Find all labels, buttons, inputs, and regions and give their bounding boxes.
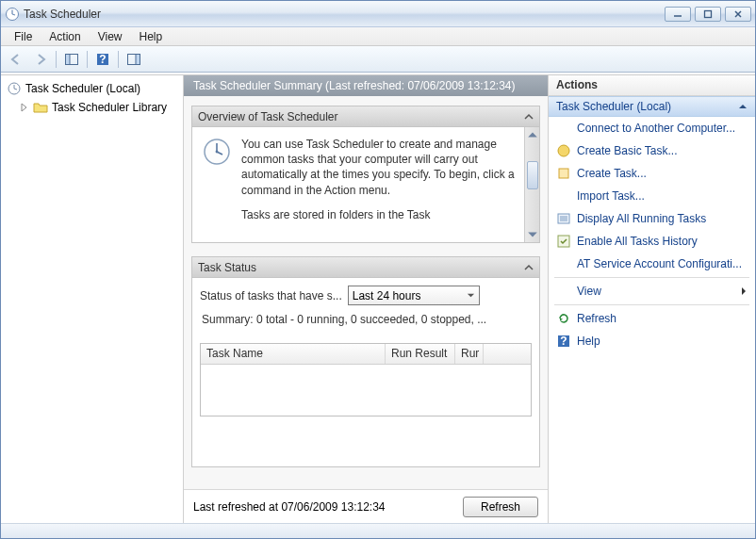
- menu-file[interactable]: File: [7, 28, 40, 45]
- scrollbar[interactable]: [524, 127, 539, 242]
- blank-icon: [556, 121, 571, 136]
- scroll-up-icon[interactable]: [527, 129, 538, 140]
- history-icon: [556, 234, 571, 249]
- task-scheduler-window: Task Scheduler File Action View Help ? T…: [0, 0, 756, 539]
- menu-action[interactable]: Action: [41, 28, 88, 45]
- svg-rect-8: [66, 54, 71, 64]
- blank-icon: [556, 284, 571, 299]
- toolbar-separator: [56, 51, 57, 68]
- svg-rect-21: [559, 169, 568, 178]
- task-status-title: Task Status: [198, 261, 256, 274]
- action-view[interactable]: View: [549, 280, 755, 302]
- menu-help[interactable]: Help: [132, 28, 171, 45]
- svg-point-19: [216, 151, 219, 154]
- client-area: Task Scheduler (Local) Task Scheduler Li…: [1, 74, 755, 523]
- actions-section-label: Task Scheduler (Local): [556, 100, 671, 113]
- col-task-name[interactable]: Task Name: [201, 344, 386, 364]
- action-view-label: View: [577, 285, 601, 298]
- action-create-task[interactable]: Create Task...: [549, 162, 755, 185]
- task-status-group: Task Status Status of tasks that have s.…: [191, 256, 540, 467]
- task-table: Task Name Run Result Rur: [200, 343, 532, 416]
- svg-text:?: ?: [99, 53, 106, 66]
- tree-library[interactable]: Task Scheduler Library: [3, 98, 181, 117]
- actions-pane: Actions Task Scheduler (Local) Connect t…: [548, 75, 755, 523]
- help-button[interactable]: ?: [91, 49, 114, 70]
- maximize-button[interactable]: [695, 7, 721, 22]
- collapse-icon[interactable]: [524, 112, 534, 122]
- tree-library-label: Task Scheduler Library: [52, 101, 167, 114]
- time-range-dropdown[interactable]: Last 24 hours: [348, 286, 480, 305]
- svg-point-20: [558, 145, 569, 156]
- toolbar-separator: [118, 51, 119, 68]
- action-create-basic-label: Create Basic Task...: [577, 144, 678, 157]
- action-at-service-label: AT Service Account Configurati...: [577, 257, 742, 270]
- refresh-button[interactable]: Refresh: [463, 497, 538, 517]
- action-connect[interactable]: Connect to Another Computer...: [549, 117, 755, 139]
- back-button[interactable]: [5, 49, 27, 70]
- action-import-label: Import Task...: [577, 189, 645, 203]
- overview-more: Tasks are stored in folders in the Task: [241, 207, 520, 222]
- window-title: Task Scheduler: [24, 8, 665, 21]
- collapse-icon[interactable]: [524, 263, 534, 272]
- last-refreshed-label: Last refreshed at 07/06/2009 13:12:34: [193, 500, 386, 514]
- summary-pane: Task Scheduler Summary (Last refreshed: …: [184, 75, 548, 523]
- close-button[interactable]: [725, 7, 751, 22]
- action-display-running-label: Display All Running Tasks: [577, 212, 706, 225]
- folder-icon: [33, 100, 48, 115]
- overview-title: Overview of Task Scheduler: [198, 110, 338, 123]
- action-connect-label: Connect to Another Computer...: [577, 122, 735, 135]
- minimize-button[interactable]: [665, 7, 691, 22]
- help-icon: ?: [556, 334, 571, 349]
- blank-icon: [556, 256, 571, 271]
- menubar: File Action View Help: [1, 27, 755, 46]
- action-enable-history[interactable]: Enable All Tasks History: [549, 230, 755, 253]
- overview-group: Overview of Task Scheduler You can use T…: [191, 106, 540, 243]
- status-label: Status of tasks that have s...: [200, 289, 342, 302]
- summary-header: Task Scheduler Summary (Last refreshed: …: [184, 75, 548, 96]
- chevron-right-icon: [740, 286, 748, 296]
- actions-title: Actions: [549, 75, 755, 96]
- tree-root-label: Task Scheduler (Local): [25, 82, 140, 95]
- task-icon: [556, 166, 571, 181]
- clock-icon: [7, 81, 22, 96]
- clock-icon: [5, 7, 20, 22]
- svg-rect-12: [136, 54, 140, 64]
- overview-body: You can use Task Scheduler to create and…: [241, 137, 520, 198]
- wizard-icon: [556, 143, 571, 158]
- actions-section-header[interactable]: Task Scheduler (Local): [549, 96, 755, 117]
- separator: [554, 277, 749, 278]
- statusbar: [1, 523, 755, 538]
- chevron-up-icon: [738, 102, 748, 111]
- summary-footer: Last refreshed at 07/06/2009 13:12:34 Re…: [184, 489, 548, 523]
- chevron-down-icon: [467, 291, 475, 300]
- action-help-label: Help: [577, 335, 600, 348]
- expand-icon[interactable]: [20, 103, 29, 112]
- action-enable-history-label: Enable All Tasks History: [577, 235, 698, 248]
- svg-text:?: ?: [560, 335, 567, 348]
- scroll-down-icon[interactable]: [527, 229, 538, 240]
- forward-button[interactable]: [29, 49, 52, 70]
- menu-view[interactable]: View: [90, 28, 130, 45]
- show-hide-tree-button[interactable]: [60, 49, 83, 70]
- titlebar: Task Scheduler: [1, 1, 755, 27]
- col-run-result[interactable]: Run Result: [386, 344, 455, 364]
- summary-counts: Summary: 0 total - 0 running, 0 succeede…: [192, 309, 539, 330]
- clock-icon: [202, 137, 232, 167]
- scroll-thumb[interactable]: [527, 161, 538, 189]
- console-tree: Task Scheduler (Local) Task Scheduler Li…: [1, 75, 184, 523]
- action-refresh-label: Refresh: [577, 312, 616, 325]
- action-create-basic-task[interactable]: Create Basic Task...: [549, 139, 755, 162]
- tree-root[interactable]: Task Scheduler (Local): [3, 79, 181, 98]
- toolbar: ?: [1, 46, 755, 73]
- action-display-running[interactable]: Display All Running Tasks: [549, 207, 755, 230]
- action-at-service[interactable]: AT Service Account Configurati...: [549, 253, 755, 275]
- action-help[interactable]: ? Help: [549, 330, 755, 352]
- show-hide-action-button[interactable]: [123, 49, 145, 70]
- svg-rect-4: [705, 10, 712, 17]
- action-refresh[interactable]: Refresh: [549, 307, 755, 330]
- list-icon: [556, 211, 571, 226]
- action-import-task[interactable]: Import Task...: [549, 185, 755, 207]
- dropdown-value: Last 24 hours: [353, 289, 421, 302]
- col-run[interactable]: Rur: [455, 344, 484, 364]
- toolbar-separator: [87, 51, 88, 68]
